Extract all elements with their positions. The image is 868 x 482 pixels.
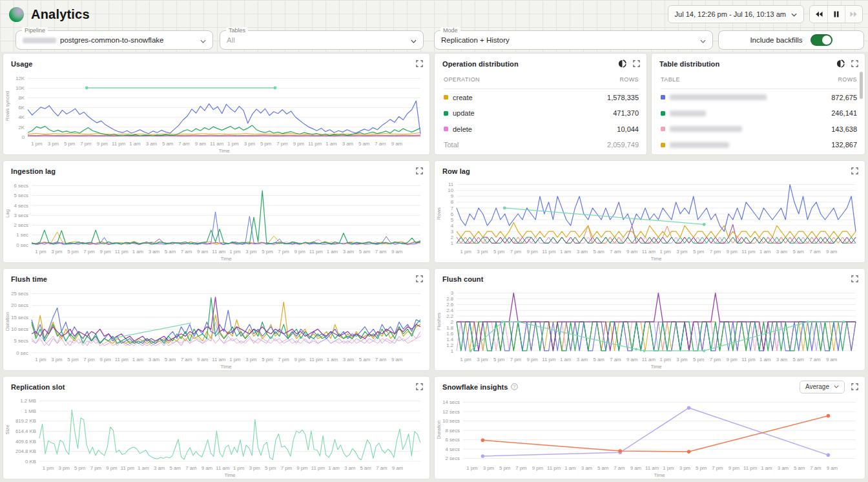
svg-text:7 pm: 7 pm bbox=[278, 357, 289, 362]
include-backfills-toggle[interactable] bbox=[811, 34, 832, 46]
svg-text:614.4 KB: 614.4 KB bbox=[16, 428, 36, 434]
aggregation-select[interactable]: Average bbox=[800, 381, 845, 393]
svg-text:1 pm: 1 pm bbox=[660, 357, 671, 362]
svg-text:6 secs: 6 secs bbox=[14, 183, 28, 189]
date-range-picker[interactable]: Jul 14, 12:26 pm - Jul 16, 10:13 am bbox=[668, 5, 804, 23]
svg-text:5 pm: 5 pm bbox=[493, 249, 504, 255]
redacted-table-name bbox=[670, 94, 767, 100]
expand-icon[interactable] bbox=[851, 167, 858, 174]
tables-select[interactable]: Tables All bbox=[220, 30, 424, 50]
svg-text:5 pm: 5 pm bbox=[262, 357, 273, 362]
svg-text:11 am: 11 am bbox=[212, 249, 225, 255]
expand-icon[interactable] bbox=[416, 60, 423, 67]
rewind-icon bbox=[815, 11, 823, 17]
redacted-table-name bbox=[670, 126, 742, 132]
expand-icon[interactable] bbox=[851, 275, 858, 282]
svg-text:5 pm: 5 pm bbox=[696, 465, 707, 471]
svg-text:9 pm: 9 pm bbox=[106, 465, 117, 471]
mode-select[interactable]: Mode Replication + History bbox=[434, 30, 713, 50]
svg-text:2: 2 bbox=[451, 235, 453, 240]
svg-text:9 pm: 9 pm bbox=[296, 465, 307, 471]
svg-text:9 pm: 9 pm bbox=[527, 357, 538, 362]
svg-text:3 secs: 3 secs bbox=[14, 213, 28, 218]
svg-text:3 pm: 3 pm bbox=[249, 465, 260, 471]
svg-text:7 am: 7 am bbox=[809, 357, 820, 362]
expand-icon[interactable] bbox=[633, 60, 640, 67]
svg-text:6 secs: 6 secs bbox=[445, 437, 460, 443]
svg-text:3 pm: 3 pm bbox=[58, 465, 69, 471]
fast-forward-button[interactable] bbox=[845, 6, 862, 23]
svg-text:9 pm: 9 pm bbox=[99, 249, 110, 255]
svg-text:5 pm: 5 pm bbox=[265, 465, 276, 471]
svg-text:7 pm: 7 pm bbox=[510, 249, 521, 255]
expand-icon[interactable] bbox=[416, 167, 423, 174]
svg-text:1 am: 1 am bbox=[760, 249, 770, 255]
svg-text:9 am: 9 am bbox=[626, 357, 637, 362]
app-logo bbox=[9, 7, 24, 22]
svg-text:5 am: 5 am bbox=[594, 249, 604, 255]
svg-text:0 sec: 0 sec bbox=[16, 350, 28, 356]
svg-text:11 pm: 11 pm bbox=[741, 357, 755, 362]
svg-text:0 sec: 0 sec bbox=[16, 242, 28, 248]
svg-text:15 secs: 15 secs bbox=[11, 315, 28, 320]
svg-text:3 am: 3 am bbox=[343, 357, 354, 362]
svg-text:11 am: 11 am bbox=[645, 465, 659, 471]
svg-text:5 am: 5 am bbox=[597, 465, 608, 471]
filter-bar: Pipeline postgres-common-to-snowflake Ta… bbox=[0, 28, 868, 52]
svg-text:Rows synced: Rows synced bbox=[5, 91, 10, 121]
svg-text:5 pm: 5 pm bbox=[74, 465, 85, 471]
help-icon[interactable]: ? bbox=[511, 383, 518, 390]
svg-text:3 pm: 3 pm bbox=[483, 465, 494, 471]
svg-text:5 pm: 5 pm bbox=[693, 357, 704, 362]
svg-text:7 am: 7 am bbox=[810, 465, 821, 471]
svg-text:9 pm: 9 pm bbox=[728, 465, 739, 471]
svg-text:1 pm: 1 pm bbox=[663, 465, 674, 471]
svg-text:3 pm: 3 pm bbox=[676, 249, 687, 255]
svg-text:7 pm: 7 pm bbox=[710, 249, 721, 255]
card-title: Usage bbox=[11, 60, 33, 68]
pie-chart-icon[interactable] bbox=[618, 59, 626, 68]
flush-time-chart: 0 sec5 secs10 secs15 secs20 secs25 secs1… bbox=[3, 284, 429, 371]
svg-text:Time: Time bbox=[650, 256, 661, 262]
svg-text:6K: 6K bbox=[18, 105, 25, 110]
card-title: Table distribution bbox=[659, 60, 719, 68]
rewind-button[interactable] bbox=[810, 6, 827, 23]
pipeline-select[interactable]: Pipeline postgres-common-to-snowflake bbox=[16, 30, 213, 50]
table-row: 246,141 bbox=[661, 105, 857, 121]
svg-text:819.2 KB: 819.2 KB bbox=[16, 418, 36, 424]
expand-icon[interactable] bbox=[416, 383, 423, 390]
svg-text:11 pm: 11 pm bbox=[115, 249, 129, 255]
svg-text:1.4: 1.4 bbox=[446, 337, 454, 342]
svg-text:3 am: 3 am bbox=[146, 141, 157, 147]
pause-button[interactable] bbox=[827, 6, 845, 23]
svg-text:9 am: 9 am bbox=[392, 465, 403, 471]
pipeline-label: Pipeline bbox=[22, 27, 48, 34]
svg-text:Time: Time bbox=[220, 364, 231, 370]
svg-text:11 pm: 11 pm bbox=[309, 249, 323, 255]
svg-text:2 secs: 2 secs bbox=[14, 222, 28, 228]
scrollbar[interactable] bbox=[860, 72, 863, 99]
pie-chart-icon[interactable] bbox=[836, 59, 845, 68]
svg-text:7 am: 7 am bbox=[181, 357, 192, 362]
svg-text:7 pm: 7 pm bbox=[515, 465, 526, 471]
svg-text:5 pm: 5 pm bbox=[493, 357, 504, 362]
table-row: 143,638 bbox=[661, 121, 857, 138]
card-usage: Usage 02K4K6K8K10K12K1 pm3 pm5 pm7 pm9 p… bbox=[3, 53, 430, 155]
svg-text:11 am: 11 am bbox=[216, 465, 229, 471]
svg-text:7 am: 7 am bbox=[610, 357, 621, 362]
expand-icon[interactable] bbox=[851, 383, 858, 390]
dashboard-grid: Usage 02K4K6K8K10K12K1 pm3 pm5 pm7 pm9 p… bbox=[0, 52, 868, 479]
svg-text:11 pm: 11 pm bbox=[309, 357, 323, 362]
expand-icon[interactable] bbox=[851, 60, 858, 67]
svg-text:9 am: 9 am bbox=[626, 249, 637, 255]
expand-icon[interactable] bbox=[416, 275, 423, 282]
svg-text:10K: 10K bbox=[16, 85, 25, 91]
svg-text:9 am: 9 am bbox=[826, 249, 837, 255]
svg-text:3 am: 3 am bbox=[344, 465, 355, 471]
table-row: 872,675 bbox=[661, 90, 857, 106]
svg-text:1 pm: 1 pm bbox=[227, 141, 238, 147]
svg-text:Duration: Duration bbox=[436, 420, 442, 439]
svg-text:3 am: 3 am bbox=[149, 249, 160, 255]
svg-text:5 am: 5 am bbox=[793, 249, 804, 255]
svg-text:11 pm: 11 pm bbox=[547, 465, 561, 471]
